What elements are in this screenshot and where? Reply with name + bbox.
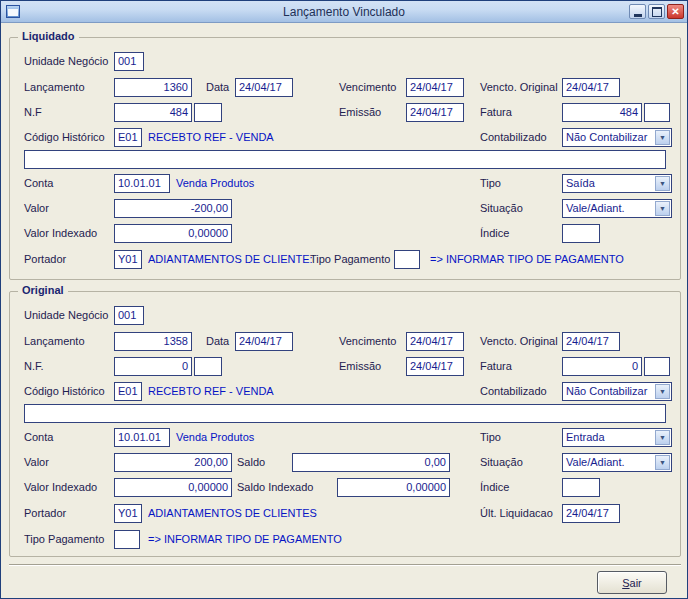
liq-valor-field[interactable]: -200,00 (114, 199, 232, 218)
liq-unidade-field[interactable]: 001 (114, 52, 144, 71)
liq-tipo-value: Saída (566, 177, 595, 189)
liq-vencto-original-label: Vencto. Original (480, 78, 558, 97)
dropdown-arrow-icon[interactable]: ▼ (655, 130, 670, 145)
dropdown-arrow-icon[interactable]: ▼ (655, 201, 670, 216)
orig-fatura-extra-field[interactable] (644, 357, 670, 376)
liq-portador-cod-field[interactable]: Y01 (114, 250, 142, 269)
orig-portador-label: Portador (24, 504, 66, 523)
liq-historico-desc: RECEBTO REF - VENDA (148, 128, 274, 147)
orig-vencimento-label: Vencimento (339, 332, 396, 351)
orig-tipo-pagamento-field[interactable] (114, 530, 140, 549)
orig-nf-label: N.F. (24, 357, 44, 376)
liq-vencto-original-field[interactable]: 24/04/17 (562, 78, 620, 97)
orig-unidade-label: Unidade Negócio (24, 306, 108, 325)
maximize-button[interactable] (648, 4, 665, 19)
liq-conta-desc: Venda Produtos (176, 174, 254, 193)
orig-emissao-label: Emissão (339, 357, 381, 376)
dropdown-arrow-icon[interactable]: ▼ (655, 384, 670, 399)
group-original-title: Original (18, 284, 68, 296)
orig-historico-desc: RECEBTO REF - VENDA (148, 382, 274, 401)
liq-fatura-field[interactable]: 484 (562, 103, 642, 122)
orig-codigo-historico-label: Código Histórico (24, 382, 105, 401)
footer-divider (9, 564, 681, 566)
liq-situacao-select[interactable]: Vale/Adiant.▼ (562, 199, 672, 218)
liq-lancamento-label: Lançamento (24, 78, 85, 97)
liq-nf-extra-field[interactable] (194, 103, 222, 122)
orig-valor-field[interactable]: 200,00 (114, 453, 232, 472)
liq-tipo-pagamento-warning: => INFORMAR TIPO DE PAGAMENTO (430, 250, 624, 269)
liq-data-field[interactable]: 24/04/17 (235, 78, 293, 97)
orig-data-field[interactable]: 24/04/17 (235, 332, 293, 351)
dropdown-arrow-icon[interactable]: ▼ (655, 430, 670, 445)
orig-observacao-field[interactable] (24, 404, 666, 423)
liq-indice-label: Índice (480, 224, 509, 243)
liq-valor-indexado-field[interactable]: 0,00000 (114, 224, 232, 243)
orig-situacao-select[interactable]: Vale/Adiant.▼ (562, 453, 672, 472)
orig-situacao-label: Situação (480, 453, 523, 472)
liq-unidade-label: Unidade Negócio (24, 52, 108, 71)
liq-historico-cod-field[interactable]: E01 (114, 128, 142, 147)
orig-vencto-original-label: Vencto. Original (480, 332, 558, 351)
orig-saldo-label: Saldo (237, 453, 265, 472)
orig-fatura-field[interactable]: 0 (562, 357, 642, 376)
liq-vencimento-field[interactable]: 24/04/17 (406, 78, 464, 97)
orig-historico-cod-field[interactable]: E01 (114, 382, 142, 401)
liq-indice-field[interactable] (562, 224, 600, 243)
orig-indice-field[interactable] (562, 478, 600, 497)
liq-observacao-field[interactable] (24, 150, 666, 169)
orig-portador-cod-field[interactable]: Y01 (114, 504, 142, 523)
orig-tipo-select[interactable]: Entrada▼ (562, 428, 672, 447)
orig-ult-liquidacao-field[interactable]: 24/04/17 (562, 504, 620, 523)
liq-tipo-select[interactable]: Saída▼ (562, 174, 672, 193)
titlebar[interactable]: Lançamento Vinculado ✕ (1, 1, 687, 23)
orig-contabilizado-select[interactable]: Não Contabilizar▼ (562, 382, 672, 401)
dropdown-arrow-icon[interactable]: ▼ (655, 176, 670, 191)
orig-unidade-field[interactable]: 001 (114, 306, 144, 325)
liq-contabilizado-value: Não Contabilizar (566, 131, 647, 143)
liq-emissao-field[interactable]: 24/04/17 (406, 103, 464, 122)
orig-lancamento-field[interactable]: 1358 (114, 332, 192, 351)
orig-saldo-field[interactable]: 0,00 (292, 453, 450, 472)
liq-valor-label: Valor (24, 199, 49, 218)
window-title: Lançamento Vinculado (1, 1, 687, 23)
orig-lancamento-label: Lançamento (24, 332, 85, 351)
orig-portador-desc: ADIANTAMENTOS DE CLIENTES (148, 504, 317, 523)
liq-fatura-label: Fatura (480, 103, 512, 122)
orig-fatura-label: Fatura (480, 357, 512, 376)
group-original: Original Unidade Negócio 001 Lançamento … (9, 291, 681, 557)
liq-tipo-label: Tipo (480, 174, 501, 193)
orig-valor-indexado-field[interactable]: 0,00000 (114, 478, 232, 497)
liq-vencimento-label: Vencimento (339, 78, 396, 97)
liq-contabilizado-select[interactable]: Não Contabilizar▼ (562, 128, 672, 147)
group-liquidado: Liquidado Unidade Negócio 001 Lançamento… (9, 37, 681, 280)
liq-emissao-label: Emissão (339, 103, 381, 122)
liq-valor-indexado-label: Valor Indexado (24, 224, 97, 243)
orig-nf-field[interactable]: 0 (114, 357, 192, 376)
dropdown-arrow-icon[interactable]: ▼ (655, 455, 670, 470)
orig-tipo-value: Entrada (566, 431, 605, 443)
liq-tipo-pagamento-field[interactable] (394, 250, 420, 269)
liq-situacao-label: Situação (480, 199, 523, 218)
sair-button-label: Sair (598, 577, 666, 589)
liq-portador-label: Portador (24, 250, 66, 269)
liq-lancamento-field[interactable]: 1360 (114, 78, 192, 97)
liq-fatura-extra-field[interactable] (644, 103, 670, 122)
orig-nf-extra-field[interactable] (194, 357, 222, 376)
liq-codigo-historico-label: Código Histórico (24, 128, 105, 147)
orig-emissao-field[interactable]: 24/04/17 (406, 357, 464, 376)
orig-conta-cod-field[interactable]: 10.01.01 (114, 428, 170, 447)
orig-saldo-indexado-field[interactable]: 0,00000 (337, 478, 450, 497)
group-liquidado-title: Liquidado (18, 30, 79, 42)
minimize-button[interactable] (629, 4, 646, 19)
orig-contabilizado-value: Não Contabilizar (566, 385, 647, 397)
close-button[interactable]: ✕ (667, 4, 684, 19)
orig-vencimento-field[interactable]: 24/04/17 (406, 332, 464, 351)
orig-tipo-label: Tipo (480, 428, 501, 447)
liq-conta-cod-field[interactable]: 10.01.01 (114, 174, 170, 193)
sair-button[interactable]: Sair (597, 571, 667, 594)
orig-vencto-original-field[interactable]: 24/04/17 (562, 332, 620, 351)
liq-situacao-value: Vale/Adiant. (566, 202, 625, 214)
orig-conta-desc: Venda Produtos (176, 428, 254, 447)
liq-nf-field[interactable]: 484 (114, 103, 192, 122)
orig-saldo-indexado-label: Saldo Indexado (237, 478, 313, 497)
